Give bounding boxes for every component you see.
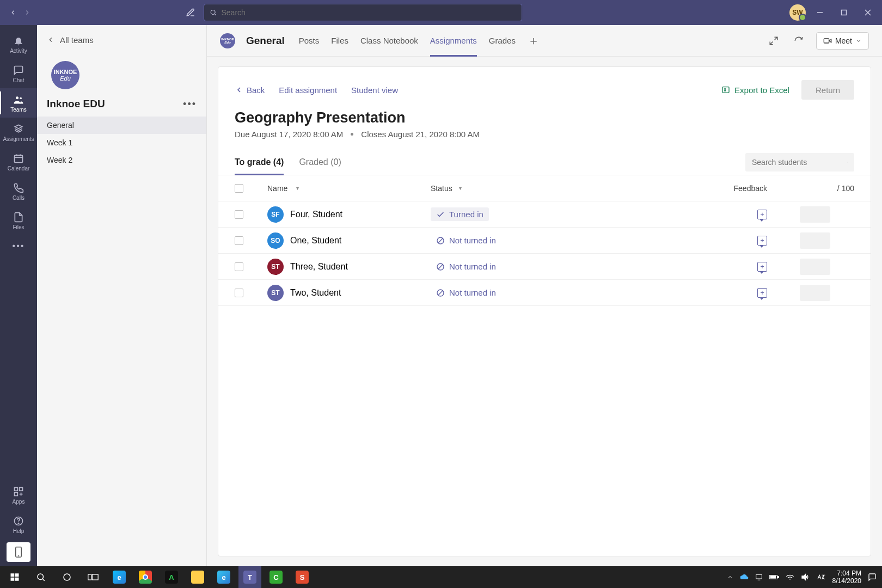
add-feedback-icon[interactable] (757, 262, 767, 272)
tab-class-notebook[interactable]: Class Notebook (360, 25, 418, 56)
rail-item-apps[interactable]: Apps (0, 480, 37, 510)
svg-line-31 (438, 264, 443, 269)
taskbar-app-explorer[interactable] (186, 566, 209, 588)
search-box[interactable] (204, 4, 522, 21)
tab-posts[interactable]: Posts (299, 25, 320, 56)
rail-item-teams[interactable]: Teams (0, 88, 37, 118)
tray-display-icon[interactable] (755, 573, 763, 581)
add-tab-icon[interactable]: ＋ (528, 33, 540, 49)
points-input[interactable] (800, 285, 830, 301)
status-pill[interactable]: Turned in (431, 207, 489, 221)
row-checkbox[interactable] (235, 210, 243, 219)
row-checkbox[interactable] (235, 236, 243, 245)
status-pill[interactable]: Not turned in (431, 234, 501, 247)
points-input[interactable] (800, 259, 830, 275)
table-row[interactable]: STTwo, StudentNot turned in (218, 280, 871, 306)
table-row[interactable]: SOOne, StudentNot turned in (218, 228, 871, 254)
svg-rect-37 (15, 578, 19, 581)
status-pill[interactable]: Not turned in (431, 286, 501, 299)
team-menu-icon[interactable]: ••• (183, 99, 197, 110)
svg-point-6 (16, 96, 19, 99)
tab-assignments[interactable]: Assignments (430, 25, 477, 56)
rail-item-help[interactable]: Help (0, 510, 37, 539)
back-link[interactable]: Back (235, 85, 265, 95)
channel-item-general[interactable]: General (37, 117, 206, 134)
add-feedback-icon[interactable] (757, 236, 767, 246)
table-row[interactable]: STThree, StudentNot turned in (218, 254, 871, 280)
student-name: Four, Student (290, 210, 342, 219)
col-status-header[interactable]: Status (431, 184, 452, 193)
tab-grades[interactable]: Grades (489, 25, 516, 56)
taskbar-app-teams[interactable]: T (238, 566, 261, 588)
search-students-input[interactable] (752, 158, 847, 167)
row-checkbox[interactable] (235, 289, 243, 297)
points-input[interactable] (800, 232, 830, 249)
add-feedback-icon[interactable] (757, 210, 767, 219)
window-close-icon[interactable] (862, 7, 873, 18)
edit-assignment-link[interactable]: Edit assignment (279, 85, 337, 95)
rail-item-files[interactable]: Files (0, 206, 37, 235)
user-avatar[interactable]: SW (789, 4, 806, 21)
tray-wifi-icon[interactable] (786, 574, 794, 580)
student-view-link[interactable]: Student view (351, 85, 398, 95)
search-students-box[interactable] (745, 153, 854, 171)
channel-item-week1[interactable]: Week 1 (37, 134, 206, 151)
compose-icon[interactable] (184, 6, 197, 19)
channel-item-week2[interactable]: Week 2 (37, 151, 206, 169)
expand-icon[interactable] (766, 33, 781, 48)
taskbar-clock[interactable]: 7:04 PM 8/14/2020 (832, 569, 861, 585)
cortana-icon[interactable] (56, 566, 78, 588)
tab-to-grade[interactable]: To grade (4) (235, 150, 284, 175)
export-excel-link[interactable]: Export to Excel (721, 85, 789, 95)
rail-item-calendar[interactable]: Calendar (0, 147, 37, 176)
tab-files[interactable]: Files (331, 25, 348, 56)
channel-title: General (246, 35, 285, 47)
left-panel: All teams INKNOE Edu Inknoe EDU ••• Gene… (37, 25, 207, 566)
tab-graded[interactable]: Graded (0) (299, 150, 341, 175)
window-minimize-icon[interactable] (814, 7, 825, 18)
refresh-icon[interactable] (791, 33, 806, 48)
clock-time: 7:04 PM (832, 569, 861, 577)
nav-back-icon[interactable] (9, 8, 17, 17)
row-checkbox[interactable] (235, 262, 243, 271)
tray-battery-icon[interactable] (769, 574, 779, 580)
mobile-button[interactable] (7, 542, 30, 562)
student-name: One, Student (290, 236, 341, 246)
tray-volume-icon[interactable] (801, 573, 810, 581)
teams-icon (13, 94, 24, 106)
tray-cloud-icon[interactable] (740, 574, 749, 580)
svg-rect-34 (11, 573, 15, 577)
system-tray[interactable]: 7:04 PM 8/14/2020 (727, 569, 882, 585)
rail-item-activity[interactable]: Activity (0, 29, 37, 59)
search-input[interactable] (221, 8, 516, 17)
team-logo: INKNOE Edu (47, 59, 84, 91)
taskbar-app-snagit[interactable]: S (291, 566, 314, 588)
taskbar-app-edge[interactable]: e (108, 566, 131, 588)
rail-item-chat[interactable]: Chat (0, 59, 37, 88)
start-button[interactable] (3, 566, 26, 588)
taskbar-app-a[interactable]: A (160, 566, 183, 588)
rail-item-assignments[interactable]: Assignments (0, 118, 37, 147)
tray-chevron-icon[interactable] (727, 574, 733, 580)
search-taskbar-icon[interactable] (29, 566, 52, 588)
title-bar: SW (0, 0, 882, 25)
all-teams-link[interactable]: All teams (37, 25, 206, 54)
select-all-checkbox[interactable] (235, 184, 243, 193)
status-pill[interactable]: Not turned in (431, 260, 501, 273)
add-feedback-icon[interactable] (757, 288, 767, 298)
tray-language-icon[interactable] (816, 573, 826, 581)
taskbar-app-camtasia[interactable]: C (265, 566, 287, 588)
points-input[interactable] (800, 206, 830, 223)
task-view-icon[interactable] (82, 566, 105, 588)
table-row[interactable]: SFFour, StudentTurned in (218, 201, 871, 228)
taskbar-app-chrome[interactable] (134, 566, 157, 588)
notifications-icon[interactable] (868, 573, 877, 581)
window-maximize-icon[interactable] (838, 7, 849, 18)
mobile-icon (15, 546, 22, 558)
taskbar-app-edge2[interactable]: e (212, 566, 235, 588)
rail-more-icon[interactable]: ••• (13, 235, 25, 257)
col-name-header[interactable]: Name (267, 184, 287, 193)
rail-item-calls[interactable]: Calls (0, 176, 37, 206)
meet-button[interactable]: Meet (816, 32, 869, 50)
nav-forward-icon[interactable] (23, 8, 32, 17)
